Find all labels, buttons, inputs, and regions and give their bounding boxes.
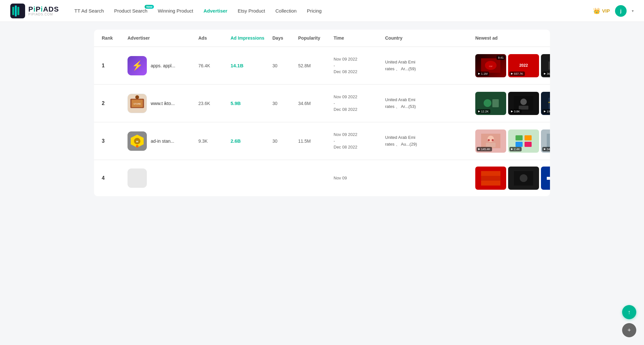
svg-point-30 — [136, 145, 138, 148]
svg-point-21 — [520, 99, 527, 105]
thumb-views-1-3: ▶36.4K — [542, 72, 550, 76]
crown-icon: 👑 — [593, 7, 600, 14]
ad-thumb-4-2[interactable] — [508, 167, 539, 190]
ad-thumb-3-1[interactable]: ▶145.4K — [475, 129, 506, 153]
advertiser-cell-1: ⚡ apps. appl... — [128, 56, 198, 75]
time-2: Nov 09 2022-Dec 08 2022 — [334, 94, 385, 113]
nav-links: TT Ad Search Product Search New Winning … — [74, 8, 593, 14]
rank-3: 3 — [102, 138, 128, 144]
nav-winning-product[interactable]: Winning Product — [158, 8, 193, 14]
table-row-partial: 4 Nov 09 — [94, 160, 550, 196]
logo[interactable]: PiPiADS PIPIADS.COM — [10, 4, 59, 18]
thumb-views-2-2: ▶3.8K — [509, 109, 522, 114]
svg-point-15 — [135, 95, 139, 99]
col-days: Days — [272, 35, 298, 41]
svg-rect-37 — [516, 135, 523, 140]
svg-rect-3 — [17, 7, 19, 15]
advertiser-cell-2: STORE www.t ikto... — [128, 94, 198, 113]
col-popularity: Popularity — [298, 35, 334, 41]
rank-1: 1 — [102, 63, 128, 69]
nav-right: 👑 VIP j ▾ — [593, 5, 634, 17]
advertiser-name-1[interactable]: apps. appl... — [151, 63, 175, 68]
popularity-1: 52.8M — [298, 63, 334, 68]
thumb-views-3-2: ▶2.4K — [509, 147, 522, 151]
impressions-2: 5.9B — [231, 101, 272, 106]
advertiser-cell-4 — [128, 168, 198, 188]
ad-thumb-2-2[interactable]: ▶3.8K — [508, 92, 539, 115]
svg-point-32 — [488, 136, 494, 142]
ads-count-3: 9.3K — [198, 139, 231, 144]
country-2: United Arab Emi rates 、 Ar...(53) — [385, 97, 475, 110]
svg-rect-48 — [481, 181, 500, 186]
nav-collection[interactable]: Collection — [275, 8, 297, 14]
days-1: 30 — [272, 63, 298, 68]
ad-thumb-1-1[interactable]: car 9:41 ▶1.1M — [475, 54, 506, 77]
days-3: 30 — [272, 139, 298, 144]
ad-thumb-2-1[interactable]: ▶12.2K — [475, 92, 506, 115]
thumb-views-3-1: ▶145.4K — [477, 147, 492, 151]
main-content: Rank Advertiser Ads Ad Impressions Days … — [84, 22, 560, 204]
vip-button[interactable]: 👑 VIP — [593, 7, 610, 14]
advertiser-avatar-2[interactable]: STORE — [128, 94, 147, 113]
thumb-views-1-1: ▶1.1M — [477, 72, 489, 76]
ad-thumb-3-3[interactable]: ▶341.3K — [541, 129, 550, 153]
svg-text:M: M — [136, 140, 138, 143]
col-ads: Ads — [198, 35, 231, 41]
ad-thumb-3-2[interactable]: ▶2.4K — [508, 129, 539, 153]
time-3: Nov 09 2022-Dec 08 2022 — [334, 131, 385, 150]
chevron-down-icon[interactable]: ▾ — [632, 9, 634, 13]
svg-rect-39 — [516, 142, 523, 147]
nav-pricing[interactable]: Pricing — [307, 8, 322, 14]
thumb-views-2-3: ▶195.3K — [542, 109, 550, 114]
ad-thumb-4-1[interactable] — [475, 167, 506, 190]
svg-rect-53 — [547, 177, 550, 180]
logo-name: PiPiADS — [28, 6, 59, 13]
ad-thumb-4-3[interactable] — [541, 167, 550, 190]
svg-point-50 — [520, 174, 527, 182]
thumb-views-3-3: ▶341.3K — [542, 147, 550, 151]
col-rank: Rank — [102, 35, 128, 41]
col-time: Time — [334, 35, 385, 41]
newest-ads-3: ▶145.4K ▶2.4K ▶341.3K — [475, 129, 550, 153]
svg-rect-41 — [547, 134, 550, 148]
advertiser-avatar-4[interactable] — [128, 168, 147, 188]
svg-point-34 — [488, 139, 490, 141]
svg-text:STORE: STORE — [133, 102, 141, 105]
svg-rect-2 — [15, 5, 17, 16]
col-impressions[interactable]: Ad Impressions — [231, 35, 272, 41]
svg-text:2022: 2022 — [519, 63, 528, 68]
svg-rect-10 — [548, 62, 550, 70]
table-row: 3 M ad-in stan... 9.3K 2.6B 30 11.5M Nov… — [94, 122, 550, 160]
advertiser-avatar-1[interactable]: ⚡ — [128, 56, 147, 75]
new-badge: New — [145, 5, 154, 9]
country-3: United Arab Emi rates 、 Au...(29) — [385, 134, 475, 148]
col-newest-ad: Newest ad — [475, 35, 550, 41]
advertiser-name-3[interactable]: ad-in stan... — [151, 139, 174, 144]
ad-thumb-2-3[interactable]: PROMO ALERT!!! ▶195.3K — [541, 92, 550, 115]
svg-point-35 — [492, 139, 494, 141]
ads-count-2: 23.6K — [198, 101, 231, 106]
table-row: 1 ⚡ apps. appl... 76.4K 14.1B 30 52.8M N… — [94, 47, 550, 84]
logo-sub: PIPIADS.COM — [28, 13, 59, 16]
col-country: Country — [385, 35, 475, 41]
nav-advertiser[interactable]: Advertiser — [204, 8, 227, 14]
newest-ads-2: ▶12.2K ▶3.8K PROMO ALERT!!! ▶195.3K — [475, 92, 550, 115]
user-avatar[interactable]: j — [615, 5, 627, 17]
advertiser-name-2[interactable]: www.t ikto... — [151, 101, 175, 106]
svg-rect-40 — [525, 142, 532, 147]
nav-etsy-product[interactable]: Etsy Product — [238, 8, 265, 14]
vip-label: VIP — [602, 8, 610, 14]
nav-tt-ad-search[interactable]: TT Ad Search — [74, 8, 104, 14]
ads-count-1: 76.4K — [198, 63, 231, 68]
ad-thumb-1-3[interactable]: building ▶36.4K — [541, 54, 550, 77]
days-2: 30 — [272, 101, 298, 106]
popularity-3: 11.5M — [298, 139, 334, 144]
rank-2: 2 — [102, 101, 128, 106]
svg-rect-38 — [525, 135, 532, 140]
svg-rect-47 — [481, 171, 500, 176]
advertiser-avatar-3[interactable]: M — [128, 131, 147, 151]
thumb-views-2-1: ▶12.2K — [477, 109, 490, 114]
ad-thumb-1-2[interactable]: 2022 ▶937.7K — [508, 54, 539, 77]
nav-product-search[interactable]: Product Search New — [114, 8, 147, 14]
svg-text:PROMO ALERT!!!: PROMO ALERT!!! — [548, 101, 550, 103]
